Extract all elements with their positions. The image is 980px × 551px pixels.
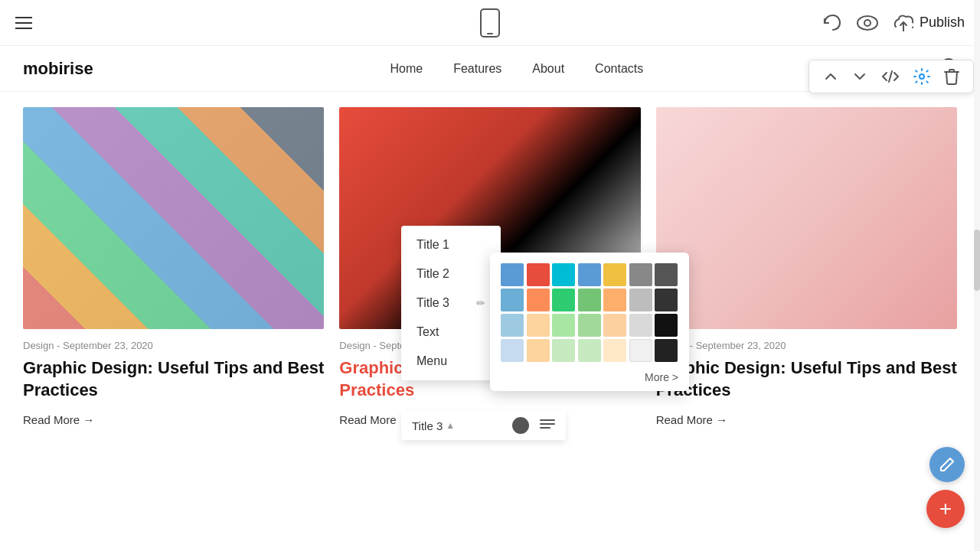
context-menu-title2[interactable]: Title 2: [401, 259, 501, 289]
publish-label: Publish: [920, 15, 965, 31]
card-1-meta: Design - September 23, 2020: [23, 340, 324, 351]
context-menu-title3[interactable]: Title 3 ✏: [401, 289, 501, 318]
card-3-image: [656, 107, 957, 329]
color-swatch[interactable]: [655, 314, 678, 337]
phone-preview-button[interactable]: [479, 8, 501, 37]
color-swatch[interactable]: [501, 263, 524, 286]
scrollbar[interactable]: [974, 0, 980, 551]
fab-add-button[interactable]: +: [926, 490, 965, 528]
context-menu-bottom: Title 3 ▲: [401, 411, 566, 440]
color-swatch[interactable]: [527, 289, 550, 311]
color-swatch[interactable]: [501, 314, 524, 337]
color-swatch[interactable]: [527, 314, 550, 337]
color-swatch[interactable]: [629, 289, 652, 311]
context-menu-text[interactable]: Text: [401, 318, 501, 347]
svg-point-2: [858, 16, 877, 30]
color-swatch[interactable]: [552, 263, 575, 286]
block-toolbar: [808, 60, 974, 93]
nav-link-about[interactable]: About: [532, 62, 564, 76]
svg-line-5: [889, 71, 892, 82]
color-swatch[interactable]: [501, 339, 524, 362]
publish-button[interactable]: Publish: [893, 15, 965, 31]
toolbar-center: [479, 8, 501, 37]
scrollbar-thumb[interactable]: [974, 230, 980, 291]
color-swatch[interactable]: [578, 314, 601, 337]
color-swatch[interactable]: [578, 289, 601, 311]
card-3: Design - September 23, 2020 Graphic Desi…: [656, 107, 957, 426]
svg-point-3: [864, 20, 871, 26]
color-swatch[interactable]: [552, 314, 575, 337]
context-bottom-actions: [512, 417, 555, 434]
color-swatch[interactable]: [603, 339, 626, 362]
color-swatch[interactable]: [552, 339, 575, 362]
color-swatch[interactable]: [603, 289, 626, 311]
color-swatch[interactable]: [629, 339, 652, 362]
color-swatch[interactable]: [578, 263, 601, 286]
svg-rect-1: [487, 33, 493, 34]
nav-link-home[interactable]: Home: [390, 62, 423, 76]
color-grid: [501, 263, 678, 362]
block-settings-button[interactable]: [907, 65, 936, 88]
context-bottom-label: Title 3 ▲: [412, 419, 455, 432]
color-swatch[interactable]: [578, 339, 601, 362]
card-1-image: [23, 107, 324, 329]
card-3-read-more[interactable]: Read More →: [656, 413, 957, 426]
preview-button[interactable]: [857, 15, 878, 31]
top-toolbar: Publish: [0, 0, 980, 46]
context-menu: Title 1 Title 2 Title 3 ✏ Text Menu: [401, 226, 501, 380]
block-code-button[interactable]: [875, 66, 906, 87]
context-menu-title1[interactable]: Title 1: [401, 230, 501, 259]
card-3-meta: Design - September 23, 2020: [656, 340, 957, 351]
color-swatch[interactable]: [655, 289, 678, 311]
block-delete-button[interactable]: [938, 65, 965, 88]
color-swatch[interactable]: [603, 314, 626, 337]
block-move-down-button[interactable]: [846, 66, 874, 87]
block-move-up-button[interactable]: [817, 66, 844, 87]
nav-link-contacts[interactable]: Contacts: [595, 62, 643, 76]
chevron-up-icon: ▲: [446, 420, 455, 431]
color-picker: More >: [490, 253, 689, 391]
color-swatch[interactable]: [655, 339, 678, 362]
nav-link-features[interactable]: Features: [453, 62, 501, 76]
context-menu-menu[interactable]: Menu: [401, 347, 501, 376]
toolbar-left: [15, 17, 32, 29]
nav-links: Home Features About Contacts: [390, 62, 643, 76]
card-1-read-more[interactable]: Read More →: [23, 413, 324, 426]
svg-rect-0: [481, 9, 499, 37]
fab-edit-button[interactable]: [929, 447, 965, 482]
card-1: Design - September 23, 2020 Graphic Desi…: [23, 107, 324, 426]
color-swatch[interactable]: [501, 289, 524, 311]
toolbar-right: Publish: [822, 13, 965, 33]
edit-pencil-icon: ✏: [476, 297, 485, 309]
align-icon[interactable]: [540, 418, 555, 433]
svg-point-6: [920, 74, 924, 79]
card-1-title: Graphic Design: Useful Tips and Best Pra…: [23, 357, 324, 401]
color-swatch[interactable]: [527, 339, 550, 362]
color-swatch[interactable]: [655, 263, 678, 286]
color-swatch[interactable]: [603, 263, 626, 286]
menu-icon[interactable]: [15, 17, 32, 29]
card-3-title: Graphic Design: Useful Tips and Best Pra…: [656, 357, 957, 401]
color-swatch[interactable]: [629, 314, 652, 337]
color-more-button[interactable]: More >: [501, 370, 678, 383]
undo-button[interactable]: [822, 13, 841, 33]
color-circle[interactable]: [512, 417, 529, 434]
site-logo: mobirise: [23, 59, 93, 79]
color-swatch[interactable]: [552, 289, 575, 311]
color-swatch[interactable]: [527, 263, 550, 286]
color-swatch[interactable]: [629, 263, 652, 286]
